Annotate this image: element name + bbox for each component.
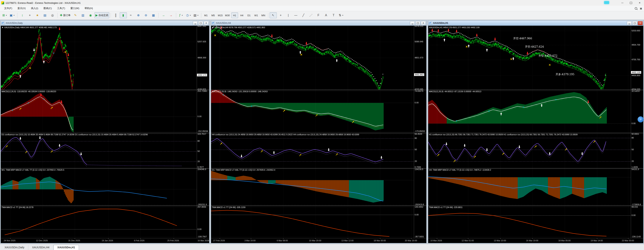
cursor-tool-icon[interactable]: ↖ [270,12,277,18]
new-chart-icon: ⊞ [2,14,5,17]
arrows-tool-icon[interactable]: ⇅▼ [338,12,345,18]
chart-window-controls [410,21,426,25]
indicators-icon[interactable]: ƒ▼ [178,12,185,18]
timeframe-button-H4[interactable]: H4 [238,13,245,18]
edge-widget-icon[interactable]: ↗ [638,116,644,122]
dropdown-arrow-icon[interactable]: ▼ [342,15,344,16]
text-label-tool-icon[interactable]: T [330,12,337,18]
close-button[interactable] [635,0,644,6]
strategy-tester-icon[interactable]: ◎ [49,12,56,18]
templates-icon[interactable]: ▧▼ [192,12,200,18]
channel-tool-icon[interactable]: ⋰ [307,12,314,18]
minimize-button[interactable] [618,0,627,6]
community-icon: ◉ [89,14,92,17]
new-chart-icon[interactable]: ⊞▼ [1,12,8,18]
chart-tab-1[interactable]: XAUUSDm,H4 [28,245,54,250]
dropdown-arrow-icon[interactable]: ▼ [190,15,191,16]
vertical-line-tool-icon: | [288,14,289,17]
menu-item-2[interactable]: 插入(I) [28,6,41,11]
maximize-button[interactable] [627,0,635,6]
chart-window-titlebar[interactable]: XAUUSDm,H4 [211,21,426,26]
chart-tab-0[interactable]: XAUUSDm,Daily [1,245,28,250]
menu-item-5[interactable]: 窗口(W) [68,6,82,11]
chart-area[interactable]: ▼ XAUUSDm,H4 4378.796 4501.277 4336.571 … [211,26,426,243]
crosshair-tool-icon[interactable]: + [277,12,284,18]
new-order-button[interactable]: ✚新订单 [59,12,71,18]
chart-area[interactable]: ▼ XAUUSDm,Daily 4464.544 4501.277 4098.4… [1,26,209,243]
dropdown-arrow-icon[interactable]: ▼ [197,15,198,16]
zoom-in-icon: ⊕ [137,14,140,17]
chart-close-button[interactable] [421,21,426,25]
bar-chart-icon[interactable]: ║ [112,12,119,18]
timeframe-button-M30[interactable]: M30 [224,13,231,18]
line-chart-icon[interactable]: ≈ [127,12,134,18]
dropdown-arrow-icon[interactable]: ▼ [182,15,183,16]
tile-windows-icon[interactable]: ▦ [150,12,157,18]
timeframe-button-M1[interactable]: M1 [202,13,210,18]
chart-window-titlebar[interactable]: XAUUSDm,Daily [1,21,209,26]
fibonacci-tool-icon[interactable]: F [315,12,322,18]
window-controls [618,0,644,6]
strategy-tester-icon: ◎ [51,14,54,17]
horizontal-line-tool-icon[interactable]: — [292,12,300,18]
autotrading-button[interactable]: ▶自动交易 [94,12,109,18]
layers-icon[interactable]: ▣ [640,7,642,10]
text-tool-icon[interactable]: A [322,12,330,18]
chart-window: XAUUSDm,H4 ▼ XAUUSDm,H4 4378.796 4501.27… [211,21,426,243]
chart-minimize-button[interactable] [193,21,198,25]
zoom-out-icon: ⊖ [144,14,147,17]
chart-icon [2,22,4,24]
mql5-icon[interactable]: ▥ [79,12,86,18]
chart-window-controls [193,21,209,25]
terminal-icon[interactable]: ▤ [41,12,48,18]
chart-close-button[interactable] [204,21,209,25]
timeframe-button-M15[interactable]: M15 [217,13,224,18]
menu-item-1[interactable]: 显示(V) [15,6,28,11]
chart-minimize-button[interactable] [627,21,632,25]
chart-window: XAUUSDm,H1 XAUUSDm,H1 4454.178 4501.277 … [428,21,644,243]
menu-item-4[interactable]: 工具(T) [54,6,68,11]
chart-close-button[interactable] [638,21,643,25]
candlestick-chart-icon: ▮ [122,14,124,17]
chart-restore-button[interactable] [632,21,637,25]
market-watch-icon[interactable]: ↕ [19,12,26,18]
new-order-button-label: 新订单 [63,14,70,17]
timeframe-button-H1[interactable]: H1 [231,13,238,18]
timeframe-button-D1[interactable]: D1 [246,13,252,18]
chart-tab-2[interactable]: XAUUSDm,H1 [54,245,79,250]
dropdown-arrow-icon[interactable]: ▼ [14,15,15,16]
periods-icon[interactable]: ◷▼ [185,12,192,18]
community-icon[interactable]: ◉ [87,12,94,18]
chart-shift-icon[interactable]: → [168,12,175,18]
timeframe-button-MN[interactable]: MN [260,13,267,18]
profiles-icon: ▣ [10,14,12,17]
profiles-icon[interactable]: ▣▼ [9,12,16,18]
trendline-tool-icon[interactable]: ╱ [300,12,307,18]
search-icon[interactable] [635,7,637,10]
workspace: XAUUSDm,Daily ▼ XAUUSDm,Daily 4464.544 4… [0,20,644,244]
candlestick-chart-icon[interactable]: ▮ [120,12,127,18]
toolbar: ⊞▼▣▼↕⌖★▤◎✚新订单✎▥◉▶自动交易║▮≈⊕⊖▦→→ƒ▼◷▼▧▼M1M5M… [0,11,644,20]
menu-item-3[interactable]: 图表(C) [41,6,54,11]
timeframe-button-M5[interactable]: M5 [210,13,216,18]
menu-item-6[interactable]: 帮助(H) [82,6,96,11]
chart-restore-button[interactable] [198,21,203,25]
zoom-in-icon[interactable]: ⊕ [135,12,142,18]
dropdown-arrow-icon[interactable]: ▼ [6,15,7,16]
line-chart-icon: ≈ [130,14,132,17]
vertical-line-tool-icon[interactable]: | [285,12,292,18]
metaeditor-icon[interactable]: ✎ [72,12,79,18]
chart-area[interactable]: XAUUSDm,H1 4454.178 4501.277 4453.263 44… [428,26,643,243]
navigator-icon[interactable]: ★ [34,12,41,18]
timeframe-button-W1[interactable]: W1 [253,13,260,18]
chart-window-titlebar[interactable]: XAUUSDm,H1 [428,21,643,26]
zoom-out-icon[interactable]: ⊖ [142,12,150,18]
chart-icon [212,22,215,24]
chart-restore-button[interactable] [415,21,420,25]
cursor-tool-icon: ↖ [272,14,274,17]
auto-scroll-icon[interactable]: → [160,12,167,18]
menu-item-0[interactable]: 文件(F) [2,6,15,11]
chart-minimize-button[interactable] [410,21,415,25]
data-window-icon[interactable]: ⌖ [26,12,34,18]
text-tool-icon: A [325,14,327,17]
